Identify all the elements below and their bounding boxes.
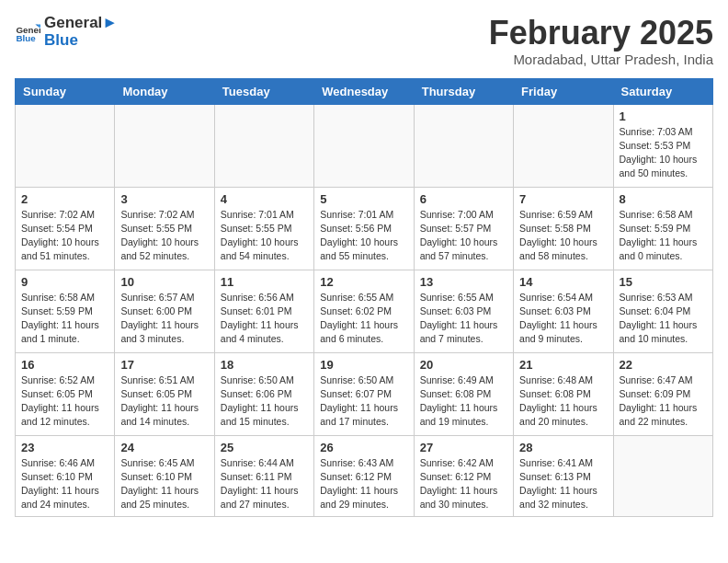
calendar-cell: 18Sunrise: 6:50 AM Sunset: 6:06 PM Dayli… bbox=[214, 352, 313, 435]
day-number: 1 bbox=[620, 109, 707, 123]
calendar-cell: 17Sunrise: 6:51 AM Sunset: 6:05 PM Dayli… bbox=[115, 352, 214, 435]
month-title: February 2025 bbox=[489, 15, 713, 52]
location-subtitle: Moradabad, Uttar Pradesh, India bbox=[489, 52, 713, 67]
day-info: Sunrise: 6:57 AM Sunset: 6:00 PM Dayligh… bbox=[120, 291, 208, 347]
calendar-cell: 3Sunrise: 7:02 AM Sunset: 5:55 PM Daylig… bbox=[115, 187, 214, 270]
day-number: 8 bbox=[620, 192, 707, 206]
calendar-cell: 5Sunrise: 7:01 AM Sunset: 5:56 PM Daylig… bbox=[314, 187, 414, 270]
calendar-week-row: 2Sunrise: 7:02 AM Sunset: 5:54 PM Daylig… bbox=[16, 187, 713, 270]
calendar-cell: 13Sunrise: 6:55 AM Sunset: 6:03 PM Dayli… bbox=[414, 270, 513, 352]
day-number: 24 bbox=[120, 441, 208, 454]
day-number: 16 bbox=[21, 358, 108, 372]
calendar-cell bbox=[214, 104, 313, 187]
day-number: 11 bbox=[221, 275, 308, 289]
day-number: 19 bbox=[320, 358, 407, 372]
day-info: Sunrise: 6:58 AM Sunset: 5:59 PM Dayligh… bbox=[21, 291, 108, 347]
calendar-cell bbox=[115, 104, 214, 187]
calendar-cell: 10Sunrise: 6:57 AM Sunset: 6:00 PM Dayli… bbox=[115, 270, 214, 352]
calendar-cell: 16Sunrise: 6:52 AM Sunset: 6:05 PM Dayli… bbox=[16, 352, 115, 435]
calendar-cell bbox=[613, 435, 712, 517]
day-number: 7 bbox=[519, 192, 607, 206]
calendar-cell: 14Sunrise: 6:54 AM Sunset: 6:03 PM Dayli… bbox=[514, 270, 613, 352]
day-number: 22 bbox=[620, 358, 707, 372]
day-info: Sunrise: 6:53 AM Sunset: 6:04 PM Dayligh… bbox=[620, 291, 707, 347]
day-info: Sunrise: 6:46 AM Sunset: 6:10 PM Dayligh… bbox=[21, 456, 108, 512]
calendar-cell: 11Sunrise: 6:56 AM Sunset: 6:01 PM Dayli… bbox=[214, 270, 313, 352]
weekday-header-friday: Friday bbox=[514, 78, 613, 104]
day-info: Sunrise: 6:55 AM Sunset: 6:03 PM Dayligh… bbox=[420, 291, 507, 347]
calendar-cell: 23Sunrise: 6:46 AM Sunset: 6:10 PM Dayli… bbox=[16, 435, 115, 517]
day-number: 26 bbox=[320, 441, 407, 454]
calendar-week-row: 1Sunrise: 7:03 AM Sunset: 5:53 PM Daylig… bbox=[16, 104, 713, 187]
calendar-cell bbox=[414, 104, 513, 187]
svg-text:Blue: Blue bbox=[16, 32, 36, 42]
day-number: 9 bbox=[21, 275, 108, 289]
day-info: Sunrise: 6:44 AM Sunset: 6:11 PM Dayligh… bbox=[221, 456, 308, 512]
calendar-cell: 25Sunrise: 6:44 AM Sunset: 6:11 PM Dayli… bbox=[214, 435, 313, 517]
weekday-header-monday: Monday bbox=[115, 78, 214, 104]
page-header: General Blue General► Blue February 2025… bbox=[15, 15, 713, 67]
calendar-cell: 21Sunrise: 6:48 AM Sunset: 6:08 PM Dayli… bbox=[514, 352, 613, 435]
day-info: Sunrise: 6:58 AM Sunset: 5:59 PM Dayligh… bbox=[620, 208, 707, 264]
logo-icon: General Blue bbox=[15, 19, 40, 45]
day-info: Sunrise: 6:55 AM Sunset: 6:02 PM Dayligh… bbox=[320, 291, 407, 347]
calendar-cell: 1Sunrise: 7:03 AM Sunset: 5:53 PM Daylig… bbox=[613, 104, 712, 187]
calendar-cell: 4Sunrise: 7:01 AM Sunset: 5:55 PM Daylig… bbox=[214, 187, 313, 270]
day-info: Sunrise: 6:48 AM Sunset: 6:08 PM Dayligh… bbox=[519, 373, 607, 430]
calendar-cell: 2Sunrise: 7:02 AM Sunset: 5:54 PM Daylig… bbox=[16, 187, 115, 270]
day-info: Sunrise: 6:49 AM Sunset: 6:08 PM Dayligh… bbox=[420, 373, 507, 430]
day-number: 2 bbox=[21, 192, 108, 206]
day-info: Sunrise: 6:51 AM Sunset: 6:05 PM Dayligh… bbox=[120, 373, 208, 430]
day-number: 14 bbox=[519, 275, 607, 289]
day-number: 13 bbox=[420, 275, 507, 289]
day-info: Sunrise: 6:52 AM Sunset: 6:05 PM Dayligh… bbox=[21, 373, 108, 430]
weekday-header-saturday: Saturday bbox=[613, 78, 712, 104]
day-number: 5 bbox=[320, 192, 407, 206]
logo: General Blue General► Blue bbox=[15, 15, 118, 49]
weekday-header-sunday: Sunday bbox=[16, 78, 115, 104]
day-info: Sunrise: 7:03 AM Sunset: 5:53 PM Dayligh… bbox=[620, 125, 707, 181]
day-info: Sunrise: 7:01 AM Sunset: 5:55 PM Dayligh… bbox=[221, 208, 308, 264]
calendar-header-row: SundayMondayTuesdayWednesdayThursdayFrid… bbox=[16, 78, 713, 104]
calendar-week-row: 9Sunrise: 6:58 AM Sunset: 5:59 PM Daylig… bbox=[16, 270, 713, 352]
calendar-cell: 19Sunrise: 6:50 AM Sunset: 6:07 PM Dayli… bbox=[314, 352, 414, 435]
day-info: Sunrise: 6:41 AM Sunset: 6:13 PM Dayligh… bbox=[519, 456, 607, 512]
calendar-cell: 24Sunrise: 6:45 AM Sunset: 6:10 PM Dayli… bbox=[115, 435, 214, 517]
day-info: Sunrise: 6:54 AM Sunset: 6:03 PM Dayligh… bbox=[519, 291, 607, 347]
day-info: Sunrise: 6:56 AM Sunset: 6:01 PM Dayligh… bbox=[221, 291, 308, 347]
day-number: 12 bbox=[320, 275, 407, 289]
calendar-cell: 9Sunrise: 6:58 AM Sunset: 5:59 PM Daylig… bbox=[16, 270, 115, 352]
day-number: 17 bbox=[120, 358, 208, 372]
day-number: 3 bbox=[120, 192, 208, 206]
day-number: 28 bbox=[519, 441, 607, 454]
day-number: 6 bbox=[420, 192, 507, 206]
day-number: 15 bbox=[620, 275, 707, 289]
day-info: Sunrise: 7:00 AM Sunset: 5:57 PM Dayligh… bbox=[420, 208, 507, 264]
day-info: Sunrise: 6:50 AM Sunset: 6:07 PM Dayligh… bbox=[320, 373, 407, 430]
day-number: 20 bbox=[420, 358, 507, 372]
calendar-week-row: 23Sunrise: 6:46 AM Sunset: 6:10 PM Dayli… bbox=[16, 435, 713, 517]
calendar-cell: 27Sunrise: 6:42 AM Sunset: 6:12 PM Dayli… bbox=[414, 435, 513, 517]
weekday-header-thursday: Thursday bbox=[414, 78, 513, 104]
weekday-header-tuesday: Tuesday bbox=[214, 78, 313, 104]
day-number: 23 bbox=[21, 441, 108, 454]
day-number: 4 bbox=[221, 192, 308, 206]
day-info: Sunrise: 6:42 AM Sunset: 6:12 PM Dayligh… bbox=[420, 456, 507, 512]
calendar-cell: 7Sunrise: 6:59 AM Sunset: 5:58 PM Daylig… bbox=[514, 187, 613, 270]
calendar-cell: 15Sunrise: 6:53 AM Sunset: 6:04 PM Dayli… bbox=[613, 270, 712, 352]
calendar-cell: 8Sunrise: 6:58 AM Sunset: 5:59 PM Daylig… bbox=[613, 187, 712, 270]
calendar-cell: 26Sunrise: 6:43 AM Sunset: 6:12 PM Dayli… bbox=[314, 435, 414, 517]
title-block: February 2025 Moradabad, Uttar Pradesh, … bbox=[489, 15, 713, 67]
day-info: Sunrise: 7:02 AM Sunset: 5:55 PM Dayligh… bbox=[120, 208, 208, 264]
calendar-table: SundayMondayTuesdayWednesdayThursdayFrid… bbox=[15, 78, 713, 518]
calendar-cell bbox=[16, 104, 115, 187]
day-info: Sunrise: 6:43 AM Sunset: 6:12 PM Dayligh… bbox=[320, 456, 407, 512]
calendar-cell: 28Sunrise: 6:41 AM Sunset: 6:13 PM Dayli… bbox=[514, 435, 613, 517]
calendar-cell: 6Sunrise: 7:00 AM Sunset: 5:57 PM Daylig… bbox=[414, 187, 513, 270]
calendar-cell: 22Sunrise: 6:47 AM Sunset: 6:09 PM Dayli… bbox=[613, 352, 712, 435]
logo-blue-text: Blue bbox=[44, 32, 118, 50]
weekday-header-wednesday: Wednesday bbox=[314, 78, 414, 104]
day-number: 21 bbox=[519, 358, 607, 372]
calendar-week-row: 16Sunrise: 6:52 AM Sunset: 6:05 PM Dayli… bbox=[16, 352, 713, 435]
logo-general-text: General► bbox=[44, 15, 118, 32]
